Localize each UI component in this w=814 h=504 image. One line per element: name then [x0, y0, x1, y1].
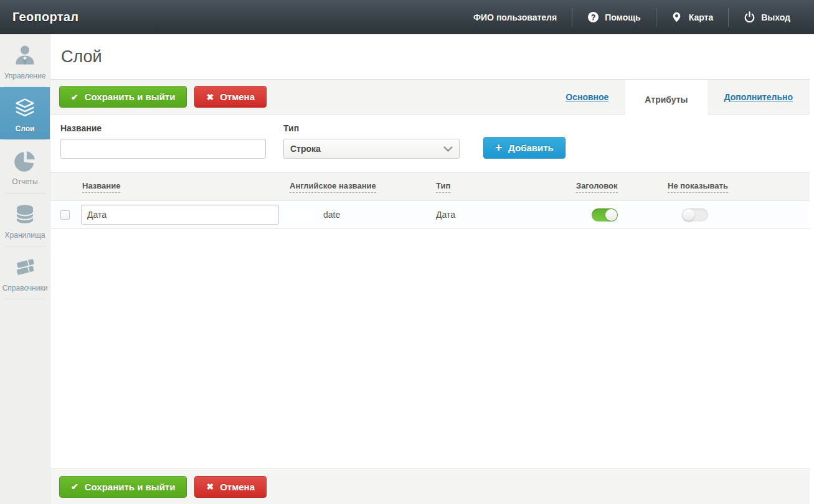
row-name-input[interactable] [81, 205, 279, 225]
books-icon [12, 254, 38, 281]
save-button-label: Сохранить и выйти [85, 91, 176, 102]
row-checkbox[interactable] [60, 210, 70, 220]
save-button-label: Сохранить и выйти [85, 482, 176, 492]
power-icon [744, 11, 755, 23]
sidebar-item-label: Слои [16, 125, 35, 133]
page-title: Слой [61, 47, 102, 67]
name-field-group: Название [60, 123, 266, 159]
top-toolbar: ✔ Сохранить и выйти ✖ Отмена Основное Ат… [50, 79, 810, 114]
database-icon [12, 202, 38, 228]
main-content: Слой ✔ Сохранить и выйти ✖ Отмена Основн… [50, 34, 810, 504]
row-name-cell [81, 205, 280, 225]
row-hide-cell [652, 208, 800, 222]
cross-icon: ✖ [206, 93, 214, 101]
sidebar-item-reports[interactable]: Отчеты [0, 140, 50, 192]
check-icon: ✔ [71, 93, 78, 101]
tab-attributes-label: Атрибуты [645, 95, 688, 105]
help-label: Помощь [605, 12, 641, 22]
tab-bar: Основное Атрибуты Дополнительно [549, 80, 810, 114]
svg-text:?: ? [591, 13, 595, 22]
add-button-wrap: + Добавить [483, 137, 566, 159]
bottom-toolbar: ✔ Сохранить и выйти ✖ Отмена [50, 469, 810, 504]
title-bar: Слой [50, 34, 810, 79]
name-field-label: Название [60, 123, 266, 133]
user-name-label: ФИО пользователя [473, 12, 557, 22]
sidebar: Управление Слои Отчеты [0, 34, 50, 504]
hide-toggle[interactable] [682, 208, 708, 222]
sidebar-divider [4, 299, 45, 299]
help-button[interactable]: ? Помощь [572, 0, 656, 34]
app-window: Геопортал ФИО пользователя ? Помощь Карт… [0, 0, 814, 504]
map-label: Карта [689, 12, 714, 22]
save-and-exit-button[interactable]: ✔ Сохранить и выйти [59, 86, 187, 108]
type-select[interactable]: Строка [283, 139, 460, 159]
type-select-value: Строка [290, 144, 321, 154]
sidebar-item-dictionaries[interactable]: Справочники [0, 246, 50, 299]
tab-attributes[interactable]: Атрибуты [625, 80, 707, 119]
name-input[interactable] [60, 139, 266, 159]
check-icon: ✔ [71, 482, 78, 491]
save-and-exit-button-bottom[interactable]: ✔ Сохранить и выйти [59, 476, 187, 498]
row-english-name-cell: date [280, 208, 427, 222]
sidebar-item-management[interactable]: Управление [0, 34, 50, 86]
sidebar-item-label: Хранилища [5, 231, 45, 240]
cancel-button-bottom[interactable]: ✖ Отмена [194, 476, 267, 498]
attribute-form: Название Тип Строка + Добавить [50, 114, 810, 172]
cancel-button-label: Отмена [220, 482, 255, 492]
row-type-cell: Дата [427, 210, 565, 220]
cancel-button[interactable]: ✖ Отмена [194, 86, 267, 108]
chevron-down-icon [443, 146, 453, 152]
type-field-label: Тип [283, 123, 460, 133]
type-field-group: Тип Строка [283, 123, 460, 159]
user-profile-link[interactable]: ФИО пользователя [458, 0, 572, 34]
logout-button[interactable]: Выход [729, 0, 805, 34]
column-header-title: Заголовок [565, 181, 652, 193]
add-button-label: Добавить [508, 142, 554, 153]
top-header: Геопортал ФИО пользователя ? Помощь Карт… [0, 0, 814, 34]
attributes-table-header: Название Английское название Тип Заголов… [50, 172, 810, 201]
table-row: date Дата [50, 201, 810, 229]
cancel-button-label: Отмена [220, 91, 255, 102]
tab-main[interactable]: Основное [566, 92, 608, 102]
cross-icon: ✖ [206, 482, 214, 491]
sidebar-item-layers[interactable]: Слои [0, 87, 50, 139]
row-english-name-value: date [323, 210, 340, 220]
title-toggle[interactable] [592, 208, 618, 222]
row-checkbox-cell [60, 210, 81, 220]
layers-icon [12, 95, 38, 121]
row-title-cell [565, 208, 652, 222]
user-icon [12, 42, 38, 68]
map-button[interactable]: Карта [656, 0, 729, 34]
pie-chart-icon [12, 148, 38, 174]
add-attribute-button[interactable]: + Добавить [483, 137, 566, 159]
sidebar-item-storages[interactable]: Хранилища [0, 194, 50, 246]
column-header-name: Название [81, 181, 280, 193]
plus-icon: + [495, 141, 502, 153]
column-header-type: Тип [427, 181, 565, 193]
tab-additional[interactable]: Дополнительно [724, 92, 793, 102]
help-icon: ? [587, 11, 599, 23]
app-logo: Геопортал [0, 10, 78, 24]
sidebar-item-label: Управление [4, 72, 46, 80]
sidebar-item-label: Справочники [2, 284, 48, 292]
header-nav: ФИО пользователя ? Помощь Карта [458, 0, 814, 34]
toggle-knob [683, 209, 694, 221]
logout-label: Выход [761, 12, 790, 22]
map-pin-icon [671, 11, 683, 23]
toggle-knob [605, 209, 617, 221]
ghost-box [283, 208, 313, 222]
column-header-hide: Не показывать [652, 181, 800, 193]
column-header-english-name: Английское название [280, 181, 427, 193]
sidebar-item-label: Отчеты [12, 178, 37, 186]
